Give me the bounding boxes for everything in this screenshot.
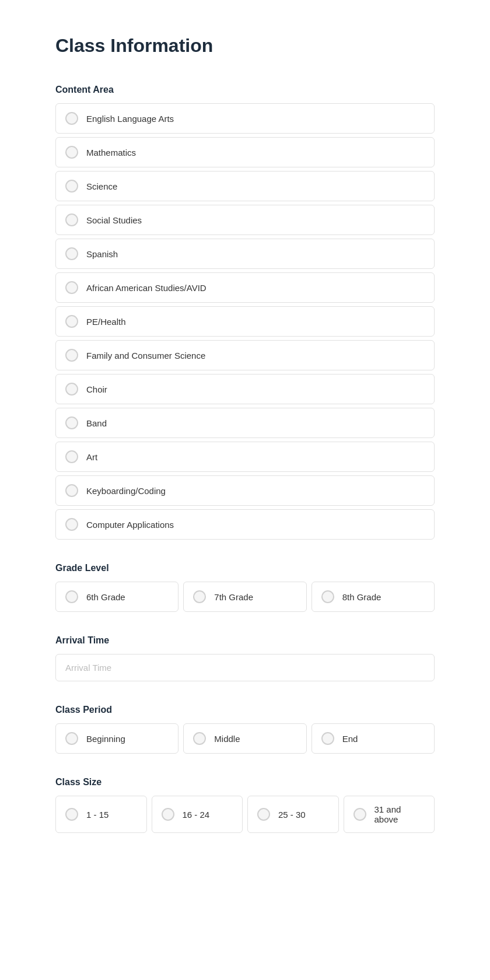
radio-circle (65, 281, 78, 294)
grade-level-option[interactable]: 6th Grade (55, 582, 178, 612)
radio-circle (321, 732, 334, 745)
grade-level-section: Grade Level 6th Grade 7th Grade 8th Grad… (55, 563, 435, 612)
radio-option-label: Choir (86, 384, 107, 394)
radio-circle (65, 808, 78, 821)
radio-circle (65, 146, 78, 159)
content-area-option[interactable]: Choir (55, 374, 435, 404)
class-period-option[interactable]: Middle (183, 723, 306, 754)
radio-circle (65, 590, 78, 603)
radio-circle (65, 383, 78, 396)
radio-option-label: End (342, 734, 358, 744)
radio-circle (193, 732, 206, 745)
page-title: Class Information (55, 35, 435, 57)
radio-option-label: Beginning (86, 734, 125, 744)
class-size-label: Class Size (55, 777, 435, 788)
radio-option-label: 25 - 30 (278, 810, 306, 820)
radio-circle (65, 416, 78, 429)
radio-circle (321, 590, 334, 603)
radio-circle (162, 808, 174, 821)
content-area-option[interactable]: Band (55, 408, 435, 438)
class-size-option[interactable]: 25 - 30 (247, 796, 339, 833)
radio-option-label: African American Studies/AVID (86, 283, 206, 293)
class-size-option[interactable]: 31 and above (344, 796, 435, 833)
content-area-options: English Language Arts Mathematics Scienc… (55, 103, 435, 540)
radio-circle (65, 180, 78, 192)
radio-option-label: Mathematics (86, 148, 136, 158)
radio-option-label: Family and Consumer Science (86, 351, 205, 360)
radio-option-label: 16 - 24 (183, 810, 210, 820)
content-area-option[interactable]: PE/Health (55, 306, 435, 337)
radio-circle (65, 214, 78, 226)
radio-circle (354, 808, 366, 821)
class-size-options: 1 - 15 16 - 24 25 - 30 31 and above (55, 796, 435, 833)
radio-option-label: Keyboarding/Coding (86, 486, 166, 496)
radio-option-label: 8th Grade (342, 592, 382, 602)
radio-circle (65, 112, 78, 125)
class-period-section: Class Period Beginning Middle End (55, 705, 435, 754)
radio-option-label: Science (86, 181, 117, 191)
radio-circle (65, 315, 78, 328)
grade-level-option[interactable]: 7th Grade (183, 582, 306, 612)
content-area-option[interactable]: Family and Consumer Science (55, 340, 435, 370)
radio-circle (257, 808, 270, 821)
class-period-option[interactable]: End (312, 723, 435, 754)
radio-circle (65, 247, 78, 260)
content-area-option[interactable]: Computer Applications (55, 509, 435, 540)
content-area-option[interactable]: Science (55, 171, 435, 201)
class-period-option[interactable]: Beginning (55, 723, 178, 754)
radio-circle (65, 484, 78, 497)
radio-circle (193, 590, 206, 603)
radio-option-label: 1 - 15 (86, 810, 108, 820)
content-area-option[interactable]: Spanish (55, 239, 435, 269)
radio-option-label: 7th Grade (214, 592, 253, 602)
radio-option-label: English Language Arts (86, 114, 174, 124)
radio-circle (65, 349, 78, 362)
arrival-time-label: Arrival Time (55, 635, 435, 646)
radio-option-label: Middle (214, 734, 240, 744)
radio-option-label: Social Studies (86, 215, 142, 225)
radio-option-label: PE/Health (86, 317, 126, 327)
content-area-section: Content Area English Language Arts Mathe… (55, 85, 435, 540)
radio-option-label: 31 and above (374, 804, 425, 824)
class-size-section: Class Size 1 - 15 16 - 24 25 - 30 31 and… (55, 777, 435, 833)
radio-option-label: Computer Applications (86, 520, 174, 530)
radio-option-label: Spanish (86, 249, 118, 259)
class-size-option[interactable]: 1 - 15 (55, 796, 147, 833)
content-area-label: Content Area (55, 85, 435, 95)
content-area-option[interactable]: English Language Arts (55, 103, 435, 134)
arrival-time-section: Arrival Time (55, 635, 435, 681)
radio-circle (65, 732, 78, 745)
class-period-options: Beginning Middle End (55, 723, 435, 754)
content-area-option[interactable]: Art (55, 442, 435, 472)
class-size-option[interactable]: 16 - 24 (152, 796, 243, 833)
radio-option-label: Band (86, 418, 107, 428)
content-area-option[interactable]: Social Studies (55, 205, 435, 235)
class-period-label: Class Period (55, 705, 435, 715)
radio-circle (65, 450, 78, 463)
grade-level-option[interactable]: 8th Grade (312, 582, 435, 612)
grade-level-label: Grade Level (55, 563, 435, 573)
grade-level-options: 6th Grade 7th Grade 8th Grade (55, 582, 435, 612)
radio-circle (65, 518, 78, 531)
arrival-time-input[interactable] (55, 654, 435, 681)
content-area-option[interactable]: African American Studies/AVID (55, 272, 435, 303)
content-area-option[interactable]: Mathematics (55, 137, 435, 167)
radio-option-label: Art (86, 452, 97, 462)
content-area-option[interactable]: Keyboarding/Coding (55, 475, 435, 506)
radio-option-label: 6th Grade (86, 592, 125, 602)
